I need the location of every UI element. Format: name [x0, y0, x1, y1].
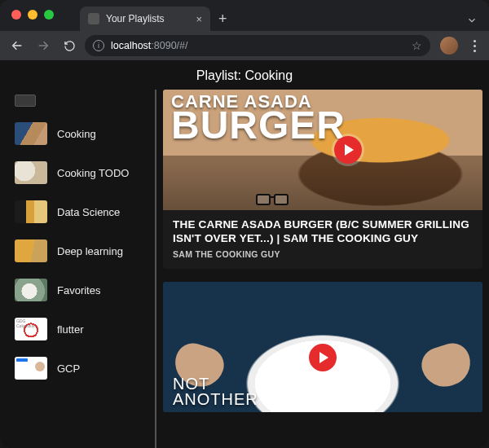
playlist-thumb [15, 122, 47, 145]
maximize-window-button[interactable] [44, 10, 54, 20]
sidebar-item-cooking[interactable]: Cooking [15, 118, 147, 149]
playlist-thumb [15, 279, 47, 301]
play-icon[interactable] [309, 344, 337, 371]
overlay-line-1: NOT [173, 376, 258, 392]
browser-tab[interactable]: Your Playlists × [80, 7, 210, 31]
sidebar-item-favorites[interactable]: Favorites [15, 275, 147, 305]
profile-avatar[interactable] [440, 37, 458, 55]
app-body: Cooking Cooking TODO Data Science Deep l… [0, 90, 489, 448]
page-title: Playlist: Cooking [0, 60, 489, 90]
url-path: :8090/#/ [151, 40, 187, 51]
back-button[interactable] [7, 35, 28, 56]
window-controls [11, 10, 54, 20]
app-root: Playlist: Cooking Cooking Cooking TODO D… [0, 60, 489, 448]
thumbnail-overlay-text: NOT ANOTHER [173, 376, 258, 407]
address-bar[interactable]: i localhost:8090/#/ ☆ [85, 35, 430, 56]
browser-window: Your Playlists × + i localhost:8090/#/ ☆ [0, 0, 489, 448]
sidebar-item-gcp[interactable]: GCP [15, 353, 147, 384]
sidebar-item-label: Data Science [57, 206, 120, 218]
sidebar-item-label: GCP [57, 362, 80, 375]
minimize-window-button[interactable] [28, 10, 37, 20]
sidebar-collapse-thumb[interactable] [15, 94, 36, 107]
sidebar-item-cooking-todo[interactable]: Cooking TODO [15, 157, 147, 188]
playlist-thumb [15, 200, 47, 223]
playlist-thumb: GDGColumbus [15, 318, 47, 340]
sidebar-item-data-science[interactable]: Data Science [15, 196, 147, 227]
video-title: THE CARNE ASADA BURGER (B/C SUMMER GRILL… [173, 218, 473, 246]
sidebar-item-label: Cooking [57, 128, 96, 140]
site-info-icon[interactable]: i [93, 40, 104, 51]
sidebar-item-flutter[interactable]: GDGColumbus flutter [15, 314, 147, 345]
video-meta: THE CARNE ASADA BURGER (B/C SUMMER GRILL… [163, 210, 482, 269]
video-thumbnail[interactable]: NOT ANOTHER [163, 282, 482, 412]
video-list[interactable]: CARNE ASADA BURGER THE CARNE ASADA BURGE… [155, 90, 487, 448]
tab-close-icon[interactable]: × [196, 13, 202, 25]
playlist-thumb [15, 161, 47, 184]
playlist-thumb [15, 357, 47, 380]
new-tab-button[interactable]: + [210, 11, 236, 31]
sidebar-item-label: Favorites [57, 284, 100, 296]
overlay-line-2: BURGER [171, 109, 346, 141]
url-host: localhost [111, 40, 151, 51]
overlay-line-2: ANOTHER [173, 392, 258, 407]
video-thumbnail[interactable]: CARNE ASADA BURGER [163, 90, 482, 210]
sidebar-item-label: Cooking TODO [57, 167, 129, 179]
browser-toolbar: i localhost:8090/#/ ☆ [0, 31, 489, 60]
sidebar-item-label: flutter [57, 323, 84, 336]
reload-button[interactable] [59, 35, 80, 56]
sidebar-item-label: Deep learning [57, 245, 123, 257]
tab-title: Your Playlists [106, 13, 165, 24]
forward-button[interactable] [33, 35, 54, 56]
playlist-sidebar: Cooking Cooking TODO Data Science Deep l… [0, 90, 155, 448]
tab-favicon [88, 13, 99, 24]
bookmark-star-icon[interactable]: ☆ [412, 39, 422, 52]
close-window-button[interactable] [11, 10, 21, 20]
thumbnail-overlay-text: CARNE ASADA BURGER [171, 94, 346, 141]
playlist-thumb [15, 239, 47, 262]
play-icon[interactable] [334, 136, 362, 164]
glasses-icon [254, 192, 290, 204]
video-card[interactable]: CARNE ASADA BURGER THE CARNE ASADA BURGE… [163, 90, 482, 269]
titlebar: Your Playlists × + [0, 0, 489, 31]
video-card[interactable]: NOT ANOTHER [163, 282, 482, 412]
video-channel: SAM THE COOKING GUY [173, 249, 473, 259]
url-text: localhost:8090/#/ [111, 40, 405, 51]
sidebar-item-deep-learning[interactable]: Deep learning [15, 235, 147, 266]
tabstrip-menu-icon[interactable] [466, 15, 482, 31]
browser-menu-icon[interactable] [466, 40, 482, 52]
decorative-hand [417, 339, 477, 393]
